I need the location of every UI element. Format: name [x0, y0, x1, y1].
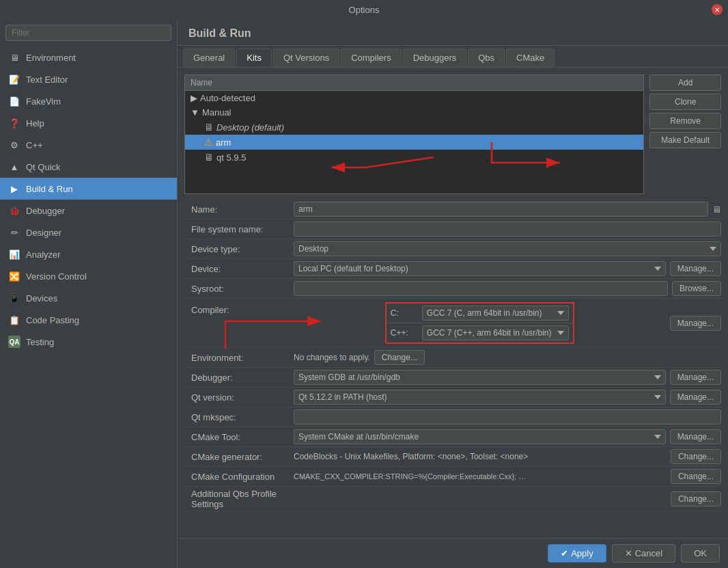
sidebar-item-label: Help	[26, 118, 44, 129]
cmake-generator-control: CodeBlocks - Unix Makefiles, Platform: <…	[294, 449, 721, 464]
sidebar-item-devices[interactable]: 📱 Devices	[0, 287, 177, 309]
sidebar-item-build-run[interactable]: ▶ Build & Run	[0, 178, 177, 200]
cmake-tool-select[interactable]: System CMake at /usr/bin/cmake	[294, 429, 666, 444]
debugger-row: Debugger: System GDB at /usr/bin/gdb Man…	[184, 368, 721, 388]
sidebar-item-environment[interactable]: 🖥 Environment	[0, 46, 177, 68]
designer-icon: ✏	[8, 226, 20, 239]
close-button[interactable]: ✕	[712, 4, 723, 15]
clone-button[interactable]: Clone	[649, 94, 721, 110]
add-button[interactable]: Add	[649, 75, 721, 91]
sidebar-item-cpp[interactable]: ⚙ C++	[0, 134, 177, 156]
sidebar-item-qt-quick[interactable]: ▲ Qt Quick	[0, 156, 177, 178]
sidebar-item-analyzer[interactable]: 📊 Analyzer	[0, 243, 177, 265]
sidebar-item-label: Code Pasting	[26, 315, 79, 325]
cmake-generator-value: CodeBlocks - Unix Makefiles, Platform: <…	[294, 452, 667, 461]
sidebar-item-text-editor[interactable]: 📝 Text Editor	[0, 68, 177, 90]
compiler-cpp-label: C++:	[391, 328, 418, 338]
tab-bar: General Kits Qt Versions Compilers Debug…	[178, 46, 728, 68]
expand-icon: ▶	[191, 93, 197, 103]
tab-qbs[interactable]: Qbs	[468, 49, 505, 67]
build-run-icon: ▶	[8, 182, 20, 195]
monitor-button[interactable]: 🖥	[712, 204, 721, 215]
compiler-manage-button[interactable]: Manage...	[670, 316, 721, 331]
sidebar-item-fakevim[interactable]: 📄 FakeVim	[0, 90, 177, 112]
name-label: Name:	[184, 204, 294, 215]
debugger-select[interactable]: System GDB at /usr/bin/gdb	[294, 370, 666, 385]
text-editor-icon: 📝	[8, 73, 20, 85]
qt-version-row: Qt version: Qt 5.12.2 in PATH (host) Man…	[184, 388, 721, 407]
name-input[interactable]	[294, 202, 708, 217]
environment-icon: 🖥	[8, 51, 20, 64]
sidebar-item-label: Build & Run	[26, 184, 73, 194]
compiler-cpp-select[interactable]: GCC 7 (C++, arm 64bit in /usr/bin)	[422, 325, 569, 340]
cmake-config-row: CMake Configuration CMAKE_CXX_COMPILER:S…	[184, 467, 721, 487]
cmake-config-change-button[interactable]: Change...	[671, 469, 721, 484]
sidebar-item-version-control[interactable]: 🔀 Version Control	[0, 265, 177, 287]
filesystem-name-input[interactable]	[294, 221, 721, 236]
debugger-icon: 🐞	[8, 204, 20, 217]
compiler-c-select[interactable]: GCC 7 (C, arm 64bit in /usr/bin)	[422, 306, 569, 321]
sidebar-item-label: Environment	[26, 53, 76, 63]
sysroot-input[interactable]	[294, 281, 668, 296]
device-type-row: Device type: Desktop	[184, 239, 721, 259]
tab-cmake[interactable]: CMake	[506, 49, 555, 67]
make-default-button[interactable]: Make Default	[649, 132, 721, 148]
sysroot-row: Sysroot: Browse...	[184, 279, 721, 299]
tab-general[interactable]: General	[183, 49, 235, 67]
apply-button[interactable]: ✔ Apply	[548, 544, 606, 563]
sidebar-item-designer[interactable]: ✏ Designer	[0, 221, 177, 243]
cmake-generator-row: CMake generator: CodeBlocks - Unix Makef…	[184, 447, 721, 467]
sidebar-item-testing[interactable]: QA Testing	[0, 331, 177, 353]
cmake-tool-row: CMake Tool: System CMake at /usr/bin/cma…	[184, 427, 721, 447]
kit-tree-item-arm[interactable]: ⚠ arm	[185, 135, 643, 150]
testing-icon: QA	[8, 336, 20, 348]
kit-tree-item[interactable]: 🖥 Desktop (default)	[185, 120, 643, 135]
device-control: Local PC (default for Desktop) Manage...	[294, 261, 721, 276]
tab-qt-versions[interactable]: Qt Versions	[273, 49, 339, 67]
cancel-button[interactable]: ✕ Cancel	[612, 544, 675, 563]
sidebar-item-debugger[interactable]: 🐞 Debugger	[0, 200, 177, 221]
tab-debuggers[interactable]: Debuggers	[403, 49, 467, 67]
filesystem-name-label: File system name:	[184, 224, 294, 234]
cmake-tool-manage-button[interactable]: Manage...	[670, 429, 721, 444]
content-area: Build & Run General Kits Qt Versions Com…	[178, 19, 728, 538]
qt-version-select[interactable]: Qt 5.12.2 in PATH (host)	[294, 390, 666, 405]
qbs-profile-label: Additional Qbs Profile Settings	[184, 489, 294, 509]
cmake-generator-change-button[interactable]: Change...	[671, 449, 721, 464]
warning-icon: ⚠	[204, 137, 213, 148]
monitor-icon: 🖥	[204, 152, 214, 163]
cancel-label: Cancel	[635, 548, 662, 558]
sidebar-item-code-pasting[interactable]: 📋 Code Pasting	[0, 309, 177, 331]
cmake-config-control: CMAKE_CXX_COMPILER:STRING=%{Compiler:Exe…	[294, 469, 721, 484]
sidebar-item-label: Debugger	[26, 206, 65, 216]
version-control-icon: 🔀	[8, 270, 20, 282]
kit-panel: Name ▶ Auto-detected ▼ Manual 🖥 Desktop …	[178, 68, 728, 538]
device-manage-button[interactable]: Manage...	[670, 261, 721, 276]
compiler-control: C: GCC 7 (C, arm 64bit in /usr/bin) C++:…	[294, 301, 670, 345]
remove-button[interactable]: Remove	[649, 113, 721, 129]
compiler-label: Compiler:	[184, 301, 294, 345]
ok-button[interactable]: OK	[681, 544, 720, 563]
cpp-icon: ⚙	[8, 139, 20, 151]
sidebar-item-help[interactable]: ❓ Help	[0, 112, 177, 134]
tab-compilers[interactable]: Compilers	[341, 49, 402, 67]
qt-version-manage-button[interactable]: Manage...	[670, 390, 721, 405]
device-select[interactable]: Local PC (default for Desktop)	[294, 261, 666, 276]
kit-tree-item[interactable]: ▼ Manual	[185, 105, 643, 120]
qt-mkspec-input[interactable]	[294, 409, 721, 424]
debugger-manage-button[interactable]: Manage...	[670, 370, 721, 385]
filter-input[interactable]	[5, 25, 171, 41]
sysroot-browse-button[interactable]: Browse...	[672, 281, 721, 296]
sidebar: 🖥 Environment 📝 Text Editor 📄 FakeVim ❓ …	[0, 19, 178, 568]
device-type-select[interactable]: Desktop	[294, 241, 721, 256]
environment-row: Environment: No changes to apply. Change…	[184, 348, 721, 368]
tab-kits[interactable]: Kits	[236, 49, 272, 67]
title-bar: Options ✕	[0, 0, 728, 19]
qbs-profile-change-button[interactable]: Change...	[671, 491, 721, 506]
apply-checkmark-icon: ✔	[561, 548, 568, 558]
kit-tree-item[interactable]: 🖥 qt 5.9.5	[185, 150, 643, 165]
code-pasting-icon: 📋	[8, 314, 20, 326]
kit-tree-item[interactable]: ▶ Auto-detected	[185, 91, 643, 105]
environment-change-button[interactable]: Change...	[374, 350, 425, 365]
page-title: Build & Run	[178, 19, 728, 46]
